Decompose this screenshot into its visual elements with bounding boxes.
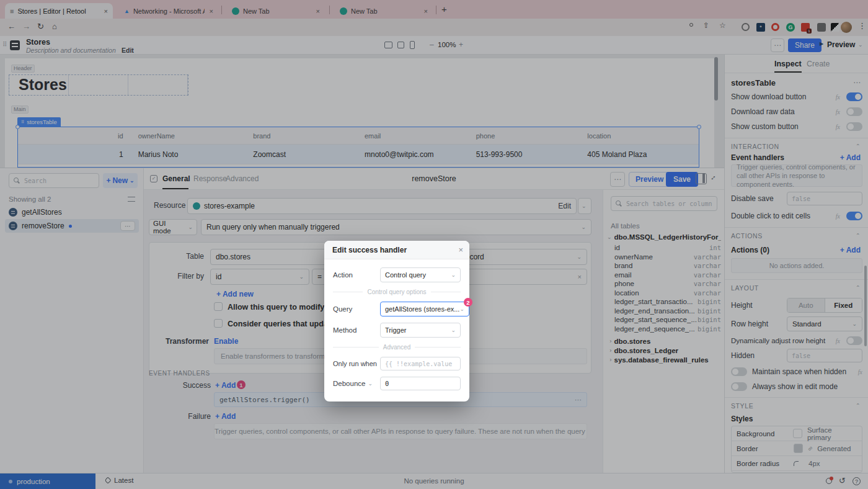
query-search[interactable] <box>9 173 99 188</box>
column-header[interactable]: phone <box>469 127 580 144</box>
canvas-scrollbar[interactable] <box>714 57 718 101</box>
schema-search-input[interactable] <box>611 196 717 211</box>
collapse-section-icon[interactable]: ⌄ <box>856 284 861 290</box>
tab-close-icon[interactable]: × <box>99 7 108 15</box>
home-icon[interactable]: ⌂ <box>52 22 57 31</box>
schema-column-row[interactable]: ledger_start_sequence_...bigint <box>614 315 721 325</box>
resource-chevron-select[interactable]: ⌄ <box>578 198 591 214</box>
maintain-space-toggle[interactable] <box>731 367 747 376</box>
multiple-rows-checkbox[interactable] <box>214 302 223 311</box>
inspect-scrollbar[interactable] <box>864 266 867 346</box>
height-fixed-option[interactable]: Fixed <box>825 298 862 312</box>
schema-column-row[interactable]: emailvarchar <box>614 271 721 280</box>
failure-add-link[interactable]: + Add <box>215 412 236 421</box>
hidden-field[interactable] <box>787 349 862 362</box>
preview-query-button[interactable]: Preview <box>629 172 670 187</box>
browser-tab-retool[interactable]: ≡ Stores | Editor | Retool × <box>5 3 113 19</box>
tab-create[interactable]: Create <box>807 60 830 68</box>
action-select[interactable]: Control query ⌄ <box>380 267 461 282</box>
clear-filter-icon[interactable]: × <box>578 273 582 280</box>
extension-grid-icon[interactable]: 1 <box>801 23 810 32</box>
browser-tab-azure[interactable]: ▲ Networking - Microsoft Azure × <box>119 3 218 19</box>
border-swatch[interactable] <box>794 444 803 453</box>
filter-sliders-icon[interactable] <box>128 197 135 202</box>
forward-icon[interactable]: → <box>22 22 30 31</box>
only-run-when-field[interactable] <box>380 357 461 370</box>
fx-icon[interactable]: fx <box>836 94 840 101</box>
disable-save-field[interactable] <box>787 192 862 205</box>
resource-select[interactable]: stores-example Edit <box>187 198 577 214</box>
close-icon[interactable]: × <box>458 245 463 254</box>
query-list-item-removestore[interactable]: removeStore ⋯ <box>5 219 139 233</box>
query-search-input[interactable] <box>9 173 99 188</box>
zoom-in-button[interactable]: + <box>459 40 463 49</box>
only-run-when-input[interactable] <box>380 357 461 370</box>
schema-table-collapsed[interactable]: ⌄ dbo.stores <box>607 338 650 345</box>
column-header[interactable]: id <box>18 127 131 144</box>
schema-column-row[interactable]: brandvarchar <box>614 261 721 271</box>
download-raw-toggle[interactable] <box>846 107 862 116</box>
disable-save-input[interactable] <box>787 192 862 205</box>
success-add-link[interactable]: + Add <box>215 381 236 390</box>
tab-response[interactable]: Response <box>193 174 227 183</box>
expand-editor-icon[interactable]: ↕ <box>709 173 718 182</box>
zoom-out-button[interactable]: – <box>430 40 434 49</box>
column-header[interactable]: email <box>357 127 469 144</box>
extension-red-o-icon[interactable] <box>771 23 779 31</box>
zero-records-checkbox[interactable] <box>214 319 223 328</box>
method-select[interactable]: Trigger ⌄ <box>380 323 461 338</box>
style-row-border[interactable]: Border ∞ Generated <box>732 441 862 456</box>
key-icon[interactable] <box>689 23 693 27</box>
extension-bw-icon[interactable] <box>831 23 839 32</box>
zoom-level[interactable]: 100% <box>438 41 456 48</box>
edit-description-link[interactable]: Edit <box>122 47 134 54</box>
row-height-select[interactable]: Standard ⌄ <box>787 316 862 331</box>
extensions-puzzle-icon[interactable] <box>817 23 826 32</box>
transformer-enable-link[interactable]: Enable <box>214 337 238 346</box>
browser-menu-icon[interactable]: ⋮ <box>858 21 866 30</box>
share-icon[interactable]: ⇧ <box>703 21 709 30</box>
canvas-title-text[interactable]: Stores <box>19 76 67 94</box>
hidden-input[interactable] <box>787 349 862 362</box>
history-icon[interactable]: ↺ <box>839 476 846 485</box>
show-download-toggle[interactable] <box>846 92 862 101</box>
debounce-field[interactable] <box>380 377 461 390</box>
component-more-icon[interactable]: ⋯ <box>853 78 861 87</box>
double-click-toggle[interactable] <box>846 212 862 220</box>
browser-tab-newtab-1[interactable]: New Tab × <box>227 3 325 19</box>
preview-chevron-icon[interactable]: ⌄ <box>858 42 863 48</box>
query-more-icon[interactable]: ⋯ <box>120 221 135 231</box>
tab-close-icon[interactable]: × <box>311 7 320 15</box>
editor-more-icon[interactable]: ⋯ <box>610 172 625 187</box>
background-swatch[interactable] <box>793 429 802 438</box>
fx-icon[interactable]: fx <box>836 213 840 220</box>
filter-field-select[interactable]: id ⌄ <box>210 269 309 285</box>
back-icon[interactable]: ← <box>7 22 16 31</box>
query-list-item-getallstores[interactable]: getAllStores <box>5 205 139 219</box>
environment-badge[interactable]: production <box>0 473 95 489</box>
style-row-border-radius[interactable]: Border radius 4px <box>732 456 862 471</box>
schema-column-row[interactable]: ledger_end_sequence_...bigint <box>614 325 721 334</box>
save-query-button[interactable]: Save <box>666 172 698 187</box>
bookmark-star-icon[interactable]: ☆ <box>719 21 726 30</box>
fx-icon[interactable]: fx <box>836 109 840 115</box>
collapse-section-icon[interactable]: ⌄ <box>856 402 861 408</box>
tab-advanced[interactable]: Advanced <box>226 174 259 183</box>
share-button[interactable]: Share <box>788 38 822 52</box>
resource-edit-link[interactable]: Edit <box>558 202 571 210</box>
stores-table-component[interactable]: id ownerName brand email phone location … <box>17 127 699 168</box>
schema-search[interactable] <box>611 196 717 211</box>
schema-column-row[interactable]: ledger_start_transactio...bigint <box>614 297 721 307</box>
add-filter-link[interactable]: + Add new <box>216 290 254 298</box>
tablet-view-icon[interactable] <box>397 42 404 48</box>
resize-handle[interactable] <box>697 125 701 129</box>
query-select[interactable]: getAllStores (stores-ex... ⌄ 2 <box>380 302 469 316</box>
grammarly-icon[interactable]: G <box>786 23 795 32</box>
style-row-background[interactable]: Background Surface primary <box>732 426 862 441</box>
browser-tab-newtab-2[interactable]: New Tab × <box>335 3 433 19</box>
collapse-section-icon[interactable]: ⌄ <box>856 143 861 149</box>
version-selector[interactable]: Latest <box>105 477 133 484</box>
schema-column-row[interactable]: ledger_end_transaction...bigint <box>614 307 721 316</box>
tab-inspect[interactable]: Inspect <box>774 60 802 68</box>
schema-column-row[interactable]: ownerNamevarchar <box>614 253 721 262</box>
